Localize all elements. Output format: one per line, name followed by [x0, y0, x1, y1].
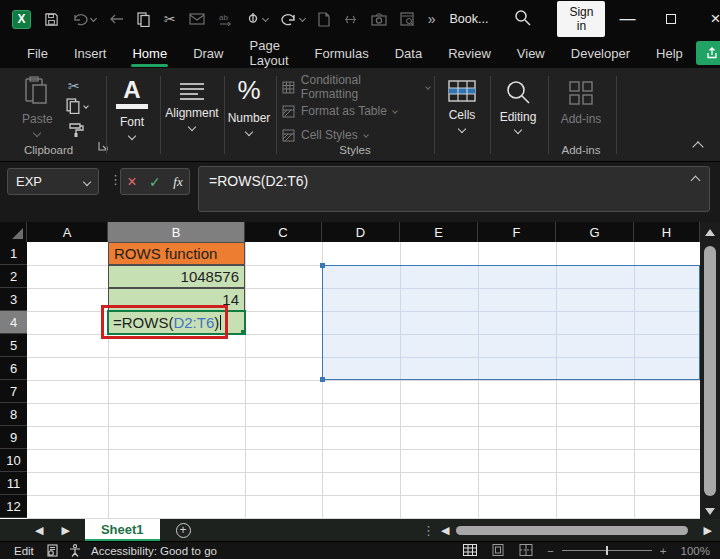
- accessibility-status[interactable]: Accessibility: Good to go: [91, 545, 217, 557]
- column-header-e[interactable]: E: [400, 222, 478, 242]
- tab-view[interactable]: View: [504, 40, 558, 67]
- page-layout-view-icon[interactable]: [491, 544, 505, 558]
- sheetbar-more-icon[interactable]: ⋮: [422, 523, 435, 538]
- excel-logo-icon[interactable]: X: [12, 10, 31, 29]
- scroll-left-icon[interactable]: ◀: [435, 524, 455, 537]
- tab-review[interactable]: Review: [435, 40, 504, 67]
- row-header-12[interactable]: 12: [0, 495, 27, 518]
- qat-overflow-icon[interactable]: »: [428, 12, 436, 26]
- editing-group[interactable]: Editing: [490, 72, 546, 161]
- tab-draw[interactable]: Draw: [180, 40, 236, 67]
- page-break-preview-icon[interactable]: [519, 544, 533, 558]
- cut-icon[interactable]: ✂: [164, 12, 176, 26]
- cut-button[interactable]: ✂: [68, 78, 80, 94]
- vertical-scrollbar-thumb[interactable]: [704, 246, 716, 496]
- search-icon[interactable]: [514, 9, 531, 30]
- horizontal-scrollbar-thumb[interactable]: [456, 526, 688, 535]
- close-button[interactable]: ×: [693, 0, 720, 38]
- cells-group[interactable]: Cells: [436, 72, 488, 161]
- format-painter-button[interactable]: [68, 122, 84, 142]
- copy-dropdown-icon: [83, 103, 89, 109]
- vertical-scrollbar[interactable]: [700, 222, 720, 519]
- conditional-formatting-dropdown-icon: [425, 84, 431, 90]
- zoom-slider-thumb[interactable]: [606, 546, 608, 555]
- cell-b1[interactable]: ROWS function: [108, 242, 245, 265]
- collapse-ribbon-icon[interactable]: [692, 141, 703, 152]
- column-header-f[interactable]: F: [478, 222, 556, 242]
- select-all-corner[interactable]: [0, 222, 27, 242]
- zoom-out-icon[interactable]: −: [547, 545, 554, 557]
- redo-dropdown-icon[interactable]: [299, 14, 306, 21]
- selection-handle-bottom-left[interactable]: [320, 377, 325, 382]
- sheet-tab-sheet1[interactable]: Sheet1: [85, 519, 160, 541]
- column-header-g[interactable]: G: [556, 222, 634, 242]
- cell-mode-indicator: Edit: [0, 545, 46, 557]
- scroll-right-icon[interactable]: ▶: [696, 524, 720, 537]
- row-header-8[interactable]: 8: [0, 403, 27, 426]
- clipboard-group: Paste ✂ Clipboard: [14, 72, 104, 161]
- column-header-a[interactable]: A: [27, 222, 108, 242]
- selection-handle-top-left[interactable]: [320, 263, 325, 268]
- name-box[interactable]: EXP: [7, 168, 99, 195]
- cell-b2[interactable]: 1048576: [108, 265, 245, 288]
- styles-group: Conditional Formatting Format as Table C…: [280, 72, 430, 161]
- row-header-5[interactable]: 5: [0, 334, 27, 357]
- fill-handle[interactable]: [241, 330, 246, 335]
- share-button[interactable]: Share: [696, 41, 720, 65]
- cancel-icon[interactable]: ×: [127, 173, 136, 191]
- touch-mode-icon[interactable]: [247, 12, 268, 27]
- collapse-formula-bar-icon[interactable]: [691, 176, 701, 186]
- sign-in-button[interactable]: Sign in: [557, 1, 605, 37]
- row-header-7[interactable]: 7: [0, 380, 27, 403]
- tab-formulas[interactable]: Formulas: [302, 40, 382, 67]
- tab-insert[interactable]: Insert: [61, 40, 120, 67]
- scroll-down-icon[interactable]: [705, 508, 715, 515]
- addins-group: Add-ins Add-ins: [548, 72, 614, 161]
- row-header-11[interactable]: 11: [0, 472, 27, 495]
- zoom-level[interactable]: 100%: [681, 545, 710, 557]
- tab-developer[interactable]: Developer: [558, 40, 643, 67]
- row-header-2[interactable]: 2: [0, 265, 27, 288]
- redo-icon[interactable]: [281, 12, 305, 26]
- column-header-d[interactable]: D: [322, 222, 400, 242]
- column-header-c[interactable]: C: [245, 222, 322, 242]
- save-icon[interactable]: [44, 12, 59, 27]
- zoom-in-icon[interactable]: +: [660, 545, 667, 557]
- previous-sheet-icon[interactable]: ◀: [26, 524, 52, 537]
- row-header-1[interactable]: 1: [0, 242, 27, 265]
- spreadsheet-grid[interactable]: A B C D E F G H 1 2 3 4 5 6 7 8 9 10 11 …: [0, 222, 720, 519]
- tab-file[interactable]: File: [14, 40, 61, 67]
- font-group[interactable]: A Font: [106, 72, 158, 161]
- camera-icon: [371, 13, 387, 26]
- number-group[interactable]: % Number: [224, 72, 274, 161]
- row-header-6[interactable]: 6: [0, 357, 27, 380]
- formula-input[interactable]: =ROWS(D2:T6): [198, 166, 710, 212]
- new-sheet-button[interactable]: +: [176, 523, 191, 538]
- row-header-4[interactable]: 4: [0, 311, 27, 334]
- alignment-group[interactable]: Alignment: [160, 72, 222, 161]
- column-header-h[interactable]: H: [634, 222, 700, 242]
- paste-button-label: Paste: [22, 112, 53, 126]
- enter-icon[interactable]: ✓: [149, 174, 161, 190]
- horizontal-scrollbar[interactable]: [456, 525, 696, 535]
- scroll-up-icon[interactable]: [705, 229, 715, 236]
- column-header-b[interactable]: B: [108, 222, 245, 242]
- insert-function-icon[interactable]: fx: [173, 174, 182, 190]
- row-header-10[interactable]: 10: [0, 449, 27, 472]
- macro-record-icon[interactable]: [46, 544, 59, 557]
- tab-data[interactable]: Data: [382, 40, 435, 67]
- copy-icon[interactable]: [137, 12, 151, 27]
- accessibility-icon[interactable]: [69, 544, 81, 557]
- normal-view-icon[interactable]: [463, 544, 477, 558]
- minimize-button[interactable]: —: [605, 0, 649, 38]
- row-header-9[interactable]: 9: [0, 426, 27, 449]
- zoom-slider[interactable]: − +: [547, 545, 666, 557]
- copy-button[interactable]: [66, 98, 88, 114]
- row-header-3[interactable]: 3: [0, 288, 27, 311]
- tab-home[interactable]: Home: [119, 40, 180, 67]
- tab-help[interactable]: Help: [643, 40, 696, 67]
- selected-range-d2-t6[interactable]: [322, 265, 700, 380]
- next-sheet-icon[interactable]: ▶: [52, 524, 78, 537]
- maximize-button[interactable]: [649, 0, 693, 38]
- touch-mode-dropdown-icon[interactable]: [262, 14, 269, 21]
